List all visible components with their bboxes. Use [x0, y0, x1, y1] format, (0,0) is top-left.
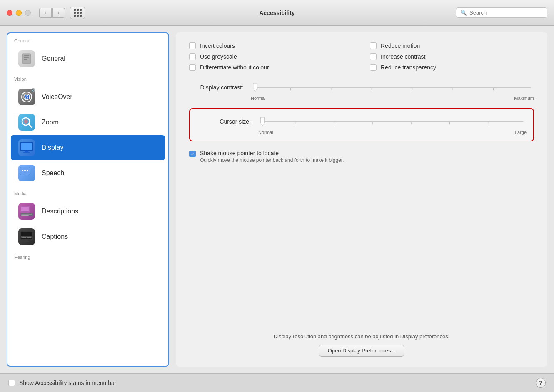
reduce-motion-checkbox[interactable] [370, 42, 377, 49]
forward-button[interactable]: › [52, 8, 65, 18]
shake-mouse-label: Shake mouse pointer to locate [200, 150, 344, 156]
maximize-button[interactable] [25, 10, 31, 16]
descriptions-icon [17, 202, 36, 221]
sidebar-item-speech-label: Speech [42, 169, 64, 177]
accessibility-status-checkbox[interactable] [8, 380, 15, 386]
display-contrast-section: Display contrast: [189, 81, 534, 101]
svg-text:🔊: 🔊 [32, 88, 35, 92]
cursor-size-min-label: Normal [258, 130, 273, 135]
minimize-button[interactable] [16, 10, 22, 16]
titlebar: ‹ › Accessibility 🔍 [0, 0, 554, 26]
svg-point-19 [24, 170, 26, 171]
general-icon [17, 50, 36, 68]
search-box[interactable]: 🔍 [456, 7, 547, 18]
display-icon [17, 139, 36, 157]
reduce-transparency-label: Reduce transparency [381, 64, 436, 71]
sidebar-item-zoom[interactable]: Zoom [11, 110, 165, 135]
shake-mouse-description: Quickly move the mouse pointer back and … [200, 157, 344, 163]
section-label-vision: Vision [7, 72, 168, 84]
invert-colours-item[interactable]: Invert colours [189, 42, 353, 49]
sidebar-item-speech[interactable]: Speech [11, 161, 165, 186]
svg-text:♿: ♿ [24, 94, 30, 100]
right-panel: Invert colours Reduce motion Use greysca… [176, 32, 547, 367]
use-greyscale-label: Use greyscale [200, 53, 237, 60]
sidebar-item-captions-label: Captions [42, 233, 68, 241]
svg-rect-41 [260, 121, 523, 122]
back-button[interactable]: ‹ [39, 8, 52, 18]
use-greyscale-item[interactable]: Use greyscale [189, 53, 353, 60]
sidebar-item-descriptions[interactable]: Descriptions [11, 199, 165, 224]
svg-rect-23 [21, 207, 29, 211]
window-title: Accessibility [259, 10, 295, 16]
speech-icon [17, 164, 36, 182]
svg-rect-12 [21, 143, 32, 150]
svg-rect-1 [24, 55, 29, 56]
invert-colours-checkbox[interactable] [189, 42, 196, 49]
cursor-size-track[interactable] [257, 117, 527, 127]
voiceover-icon: ♿ 🔊 [17, 88, 36, 106]
section-label-general: General [7, 33, 168, 46]
use-greyscale-checkbox[interactable] [189, 53, 196, 60]
close-button[interactable] [7, 10, 12, 16]
svg-marker-48 [260, 117, 264, 126]
search-icon: 🔍 [460, 10, 467, 16]
nav-buttons: ‹ › [39, 8, 65, 18]
svg-point-20 [27, 170, 28, 171]
reduce-transparency-checkbox[interactable] [370, 64, 377, 71]
shake-mouse-checkbox[interactable]: ✓ [189, 151, 196, 157]
sidebar-item-display[interactable]: Display [11, 135, 165, 160]
display-contrast-row: Display contrast: [189, 81, 534, 94]
sidebar-item-zoom-label: Zoom [42, 119, 59, 126]
display-contrast-max-label: Maximum [514, 96, 534, 101]
sidebar-item-voiceover[interactable]: ♿ 🔊 VoiceOver [11, 84, 165, 109]
grid-icon [74, 9, 82, 17]
section-label-media: Media [7, 186, 168, 198]
cursor-size-max-label: Large [515, 130, 527, 135]
sidebar-item-captions[interactable]: Captions [11, 224, 165, 249]
svg-rect-25 [21, 214, 32, 215]
help-button[interactable]: ? [536, 378, 546, 388]
cursor-size-box: Cursor size: [189, 108, 534, 141]
checkboxes-section: Invert colours Reduce motion Use greysca… [189, 42, 534, 71]
sidebar-item-voiceover-label: VoiceOver [42, 93, 72, 101]
svg-rect-15 [23, 152, 30, 153]
svg-rect-26 [21, 215, 29, 216]
grid-view-button[interactable] [70, 7, 85, 19]
section-label-hearing: Hearing [7, 250, 168, 262]
captions-icon [17, 228, 36, 246]
shake-mouse-text: Shake mouse pointer to locate Quickly mo… [200, 150, 344, 163]
svg-marker-40 [253, 83, 257, 92]
differentiate-without-colour-label: Differentiate without colour [200, 64, 269, 71]
invert-colours-label: Invert colours [200, 42, 235, 49]
display-contrast-track[interactable] [250, 82, 534, 92]
open-display-preferences-button[interactable]: Open Display Preferences... [319, 345, 404, 357]
increase-contrast-label: Increase contrast [381, 53, 425, 60]
increase-contrast-checkbox[interactable] [370, 53, 377, 60]
sidebar-item-descriptions-label: Descriptions [42, 208, 78, 215]
svg-rect-3 [24, 59, 27, 60]
increase-contrast-item[interactable]: Increase contrast [370, 53, 534, 60]
reduce-transparency-item[interactable]: Reduce transparency [370, 64, 534, 71]
svg-rect-2 [24, 57, 29, 58]
traffic-lights [7, 10, 31, 16]
accessibility-status-label: Show Accessibility status in menu bar [19, 380, 116, 386]
shake-mouse-row[interactable]: ✓ Shake mouse pointer to locate Quickly … [189, 150, 534, 163]
sidebar: General General Vision [7, 32, 169, 367]
svg-rect-31 [27, 237, 31, 238]
display-contrast-label: Display contrast: [189, 84, 243, 91]
accessibility-status-item[interactable]: Show Accessibility status in menu bar [8, 380, 116, 386]
sidebar-item-general-label: General [42, 55, 65, 62]
bottom-bar: Show Accessibility status in menu bar ? [0, 373, 554, 392]
zoom-icon [17, 113, 36, 131]
display-contrast-min-label: Normal [251, 96, 265, 101]
search-input[interactable] [469, 10, 543, 16]
main-content: General General Vision [0, 26, 554, 373]
reduce-motion-label: Reduce motion [381, 42, 420, 49]
differentiate-without-colour-item[interactable]: Differentiate without colour [189, 64, 353, 71]
differentiate-without-colour-checkbox[interactable] [189, 64, 196, 71]
sidebar-item-general[interactable]: General [11, 46, 165, 71]
svg-point-18 [22, 170, 23, 171]
reduce-motion-item[interactable]: Reduce motion [370, 42, 534, 49]
sidebar-item-display-label: Display [42, 144, 63, 151]
svg-rect-14 [25, 151, 28, 152]
